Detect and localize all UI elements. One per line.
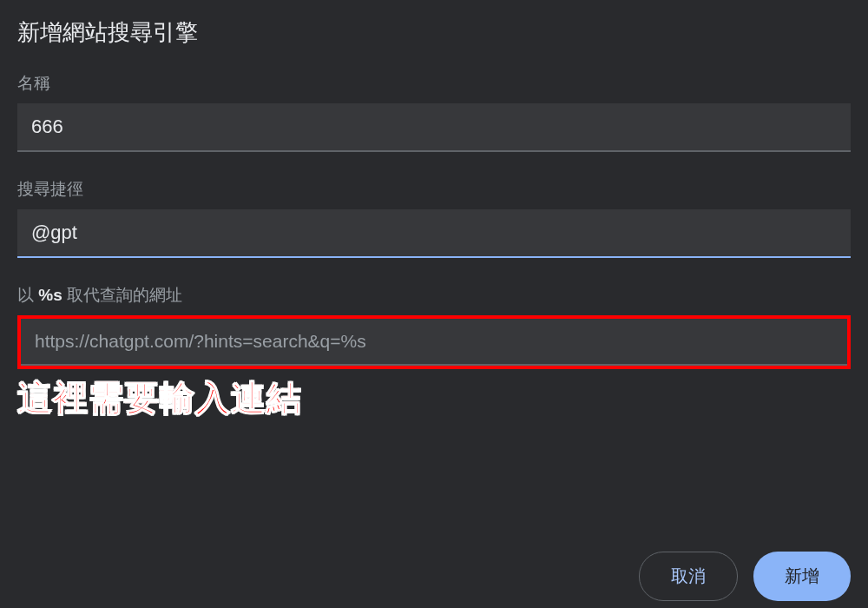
name-input[interactable] <box>17 103 851 152</box>
annotation-text: 這裡需要輸入連結 <box>17 374 851 422</box>
add-search-engine-dialog: 新增網站搜尋引擎 名稱 搜尋捷徑 以 %s 取代查詢的網址 這裡需要輸入連結 <box>0 0 868 422</box>
name-input-wrapper <box>17 103 851 152</box>
url-field-group: 以 %s 取代查詢的網址 這裡需要輸入連結 <box>17 284 851 422</box>
button-row: 取消 新增 <box>639 552 851 601</box>
shortcut-input[interactable] <box>17 209 851 258</box>
shortcut-field-group: 搜尋捷徑 <box>17 178 851 258</box>
cancel-button[interactable]: 取消 <box>639 552 738 601</box>
add-button[interactable]: 新增 <box>753 552 851 601</box>
url-highlight-box <box>17 315 851 369</box>
url-label-bold: %s <box>38 286 62 304</box>
name-field-group: 名稱 <box>17 72 851 152</box>
url-input[interactable] <box>21 319 847 366</box>
shortcut-label: 搜尋捷徑 <box>17 178 851 201</box>
name-label: 名稱 <box>17 72 851 95</box>
shortcut-input-wrapper <box>17 209 851 258</box>
dialog-title: 新增網站搜尋引擎 <box>17 17 851 48</box>
url-label: 以 %s 取代查詢的網址 <box>17 284 851 307</box>
url-label-prefix: 以 <box>17 286 38 304</box>
url-label-suffix: 取代查詢的網址 <box>62 286 182 304</box>
